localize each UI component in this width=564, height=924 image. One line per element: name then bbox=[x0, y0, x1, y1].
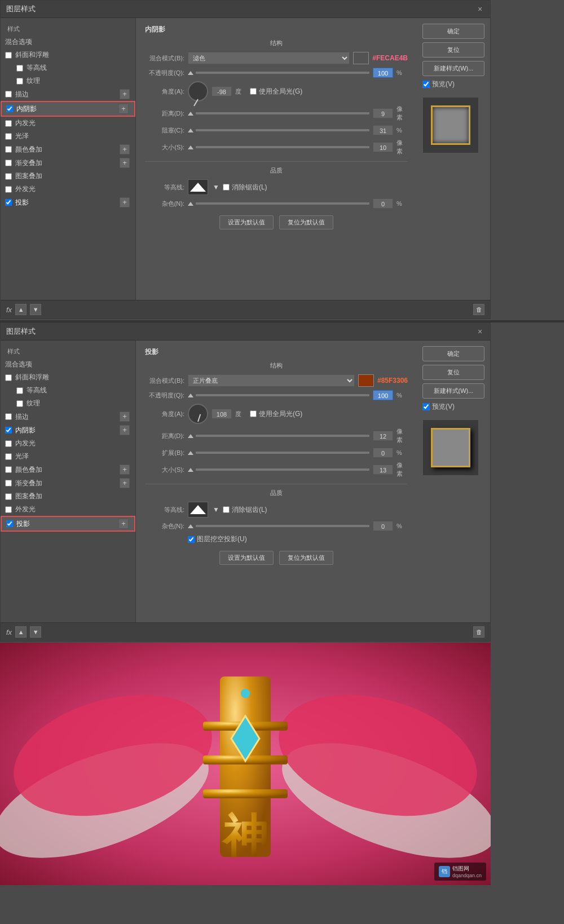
dialog2-inner-shadow-plus[interactable]: + bbox=[120, 425, 130, 435]
dialog2-blending-option[interactable]: 混合选项 bbox=[1, 358, 135, 371]
dialog1-stroke-item[interactable]: 描边 + bbox=[1, 87, 135, 101]
dialog2-contour-item[interactable]: 等高线 bbox=[1, 384, 135, 397]
dialog1-size-value[interactable]: 10 bbox=[373, 142, 393, 152]
dialog2-gradient-overlay-plus[interactable]: + bbox=[120, 478, 130, 488]
dialog1-contour-preview[interactable] bbox=[188, 179, 208, 195]
dialog1-outer-glow-item[interactable]: 外发光 bbox=[1, 183, 135, 196]
dialog1-preview-checkbox[interactable] bbox=[422, 81, 430, 88]
dialog1-satin-item[interactable]: 光泽 bbox=[1, 130, 135, 143]
dialog2-satin-checkbox[interactable] bbox=[5, 453, 12, 460]
dialog1-pattern-overlay-item[interactable]: 图案叠加 bbox=[1, 170, 135, 183]
dialog2-distance-slider[interactable] bbox=[188, 434, 369, 438]
dialog2-satin-item[interactable]: 光泽 bbox=[1, 450, 135, 463]
dialog1-ok-btn[interactable]: 确定 bbox=[422, 24, 484, 39]
dialog2-texture-checkbox[interactable] bbox=[16, 400, 23, 407]
dialog1-distance-slider[interactable] bbox=[188, 112, 369, 116]
dialog1-inner-glow-checkbox[interactable] bbox=[5, 120, 12, 127]
dialog1-global-light-checkbox[interactable] bbox=[250, 88, 257, 95]
dialog1-inner-shadow-item[interactable]: 内阴影 + bbox=[1, 101, 135, 117]
dialog1-contour-dropdown[interactable]: ▼ bbox=[213, 183, 219, 191]
dialog1-satin-checkbox[interactable] bbox=[5, 133, 12, 140]
dialog2-reset-default-btn[interactable]: 复位为默认值 bbox=[279, 551, 333, 565]
dialog1-opacity-slider[interactable] bbox=[188, 71, 369, 75]
dialog1-texture-item[interactable]: 纹理 bbox=[1, 74, 135, 87]
dialog2-gradient-overlay-item[interactable]: 渐变叠加 + bbox=[1, 476, 135, 490]
dialog1-bevel-checkbox[interactable] bbox=[5, 52, 12, 59]
dialog2-color-overlay-item[interactable]: 颜色叠加 + bbox=[1, 463, 135, 476]
dialog2-drop-shadow-item[interactable]: 投影 + bbox=[1, 516, 135, 532]
dialog1-stroke-plus[interactable]: + bbox=[120, 89, 130, 99]
dialog1-pattern-overlay-checkbox[interactable] bbox=[5, 173, 12, 180]
dialog2-spread-slider[interactable] bbox=[188, 451, 369, 455]
dialog2-angle-value[interactable]: 108 bbox=[211, 409, 232, 419]
dialog1-stroke-checkbox[interactable] bbox=[5, 91, 12, 98]
dialog1-outer-glow-checkbox[interactable] bbox=[5, 186, 12, 193]
dialog2-trash-btn[interactable]: 🗑 bbox=[473, 626, 484, 638]
dialog2-contour-checkbox[interactable] bbox=[16, 387, 23, 394]
dialog1-contour-item[interactable]: 等高线 bbox=[1, 61, 135, 74]
dialog1-choke-value[interactable]: 31 bbox=[373, 125, 393, 135]
dialog1-texture-checkbox[interactable] bbox=[16, 78, 23, 85]
dialog1-noise-value[interactable]: 0 bbox=[373, 198, 393, 209]
dialog1-opacity-value[interactable]: 100 bbox=[373, 68, 393, 78]
dialog2-drop-shadow-plus[interactable]: + bbox=[118, 519, 129, 529]
dialog2-inner-glow-checkbox[interactable] bbox=[5, 440, 12, 447]
dialog2-move-down-btn[interactable]: ▼ bbox=[30, 626, 41, 638]
dialog2-stroke-item[interactable]: 描边 + bbox=[1, 410, 135, 423]
dialog1-move-up-btn[interactable]: ▲ bbox=[15, 304, 27, 315]
dialog2-opacity-value[interactable]: 100 bbox=[373, 390, 393, 400]
dialog1-contour-checkbox[interactable] bbox=[16, 65, 23, 72]
dialog2-ok-btn[interactable]: 确定 bbox=[422, 346, 484, 361]
dialog1-drop-shadow-plus[interactable]: + bbox=[120, 197, 130, 207]
dialog1-noise-slider[interactable] bbox=[188, 202, 369, 206]
dialog1-new-style-btn[interactable]: 新建样式(W)... bbox=[422, 61, 484, 76]
dialog1-color-overlay-plus[interactable]: + bbox=[120, 144, 130, 154]
dialog1-color-swatch[interactable] bbox=[353, 52, 369, 64]
dialog2-stroke-checkbox[interactable] bbox=[5, 413, 12, 420]
dialog1-bevel-item[interactable]: 斜面和浮雕 bbox=[1, 48, 135, 61]
dialog2-antialias-checkbox[interactable] bbox=[223, 506, 230, 513]
dialog1-reset-default-btn[interactable]: 复位为默认值 bbox=[279, 215, 333, 229]
dialog1-drop-shadow-checkbox[interactable] bbox=[5, 199, 12, 206]
dialog2-move-up-btn[interactable]: ▲ bbox=[15, 626, 27, 638]
dialog1-choke-slider[interactable] bbox=[188, 129, 369, 132]
dialog2-set-default-btn[interactable]: 设置为默认值 bbox=[219, 551, 274, 565]
dialog2-blend-select[interactable]: 正片叠底 bbox=[188, 374, 355, 387]
dialog2-outer-glow-item[interactable]: 外发光 bbox=[1, 503, 135, 516]
dialog2-inner-shadow-checkbox[interactable] bbox=[5, 427, 12, 434]
dialog2-distance-value[interactable]: 12 bbox=[373, 431, 393, 441]
dialog1-gradient-overlay-item[interactable]: 渐变叠加 + bbox=[1, 156, 135, 170]
dialog1-distance-value[interactable]: 9 bbox=[373, 108, 393, 118]
dialog1-inner-glow-item[interactable]: 内发光 bbox=[1, 117, 135, 130]
dialog2-size-slider[interactable] bbox=[188, 468, 369, 472]
dialog2-noise-slider[interactable] bbox=[188, 524, 369, 528]
dialog2-contour-dropdown[interactable]: ▼ bbox=[213, 506, 219, 514]
dialog2-color-overlay-checkbox[interactable] bbox=[5, 466, 12, 473]
dialog2-drop-shadow-checkbox[interactable] bbox=[6, 520, 13, 527]
dialog1-drop-shadow-item[interactable]: 投影 + bbox=[1, 196, 135, 209]
dialog2-texture-item[interactable]: 纹理 bbox=[1, 397, 135, 410]
dialog1-reset-btn[interactable]: 复位 bbox=[422, 42, 484, 58]
dialog1-gradient-overlay-checkbox[interactable] bbox=[5, 160, 12, 166]
dialog1-angle-widget[interactable] bbox=[188, 81, 208, 101]
dialog1-blend-select[interactable]: 滤色 bbox=[188, 52, 350, 64]
dialog2-close-btn[interactable]: × bbox=[475, 327, 484, 336]
dialog2-gradient-overlay-checkbox[interactable] bbox=[5, 480, 12, 487]
dialog2-color-swatch[interactable] bbox=[358, 374, 374, 387]
dialog1-angle-value[interactable]: -98 bbox=[211, 86, 232, 96]
dialog2-inner-shadow-item[interactable]: 内阴影 + bbox=[1, 423, 135, 437]
dialog2-preview-checkbox[interactable] bbox=[422, 403, 430, 410]
dialog1-trash-btn[interactable]: 🗑 bbox=[473, 304, 484, 315]
dialog2-new-style-btn[interactable]: 新建样式(W)... bbox=[422, 383, 484, 399]
dialog2-outer-glow-checkbox[interactable] bbox=[5, 506, 12, 513]
dialog1-move-down-btn[interactable]: ▼ bbox=[30, 304, 41, 315]
dialog1-antialias-checkbox[interactable] bbox=[223, 184, 230, 191]
dialog2-noise-value[interactable]: 0 bbox=[373, 521, 393, 531]
dialog2-pattern-overlay-checkbox[interactable] bbox=[5, 493, 12, 500]
dialog1-inner-shadow-checkbox[interactable] bbox=[6, 105, 13, 112]
dialog1-color-overlay-item[interactable]: 颜色叠加 + bbox=[1, 143, 135, 156]
dialog2-reset-btn[interactable]: 复位 bbox=[422, 365, 484, 380]
dialog1-inner-shadow-plus[interactable]: + bbox=[118, 104, 129, 114]
dialog1-color-overlay-checkbox[interactable] bbox=[5, 146, 12, 153]
dialog2-color-overlay-plus[interactable]: + bbox=[120, 465, 130, 475]
